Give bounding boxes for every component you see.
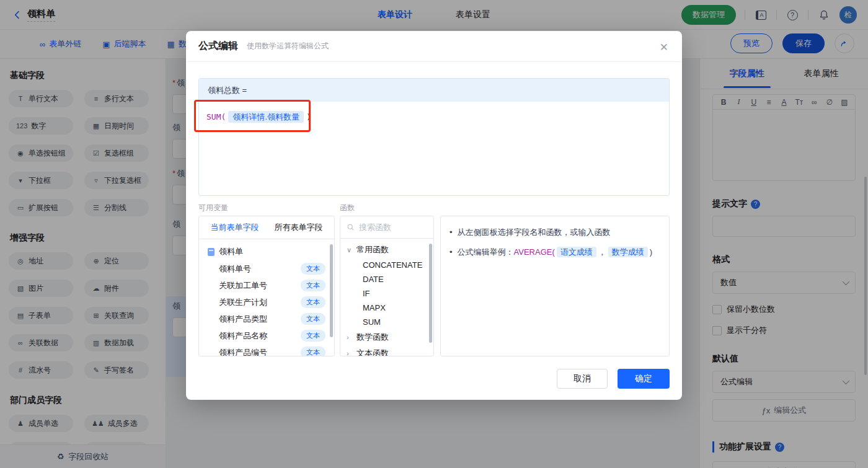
help-line-2: 公式编辑举例：AVERAGE(语文成绩，数学成绩): [458, 246, 653, 258]
function-row[interactable]: SUM: [340, 315, 433, 329]
field-type-badge: 文本: [301, 280, 326, 291]
variables-scrollbar[interactable]: [330, 244, 333, 337]
form-root-node[interactable]: 领料单: [199, 243, 334, 260]
variable-field-row[interactable]: 领料产品名称 文本: [199, 327, 334, 344]
function-row[interactable]: ∨ 常用函数: [340, 242, 433, 258]
variables-tab[interactable]: 当前表单字段: [211, 222, 259, 233]
variables-tab[interactable]: 所有表单字段: [275, 222, 323, 233]
functions-panel: ∨ 常用函数 CONCATENATE DATE IF MAPX: [340, 216, 434, 356]
search-input[interactable]: [359, 223, 421, 232]
variable-field-row[interactable]: 关联生产计划 文本: [199, 294, 334, 311]
function-row[interactable]: DATE: [340, 272, 433, 286]
modal-subtitle: 使用数学运算符编辑公式: [247, 41, 329, 51]
help-line-1: 从左侧面板选择字段名和函数，或输入函数: [458, 226, 611, 239]
formula-editor-area[interactable]: 领料总数 = SUM(领料详情.领料数量): [198, 78, 670, 196]
function-search[interactable]: [340, 216, 433, 239]
tree-chevron-icon: ›: [347, 333, 356, 341]
example-function-keyword: AVERAGE(: [514, 247, 555, 257]
field-chip[interactable]: 领料详情.领料数量: [228, 111, 304, 123]
close-icon[interactable]: ✕: [660, 41, 668, 54]
functions-label: 函数: [340, 203, 355, 213]
functions-scrollbar[interactable]: [429, 244, 432, 343]
tree-chevron-icon: ∨: [347, 246, 356, 254]
variable-field-row[interactable]: 关联加工单号 文本: [199, 277, 334, 294]
function-row[interactable]: › 文本函数: [340, 345, 433, 356]
field-type-badge: 文本: [301, 263, 326, 275]
formula-editor-modal: 公式编辑 使用数学运算符编辑公式 ✕ 领料总数 = SUM(领料详情.领料数量)…: [186, 31, 682, 400]
variables-label: 可用变量: [198, 203, 228, 213]
field-type-badge: 文本: [301, 313, 326, 325]
cancel-button[interactable]: 取消: [557, 369, 608, 389]
variable-field-row[interactable]: 领料产品编号 文本: [199, 344, 334, 356]
search-icon: [347, 223, 355, 231]
app-window: 领料单 表单设计表单设置 数据管理 A ? 检 ∞ 表单外链 ▣ 后端脚本 ▦ …: [0, 0, 868, 468]
field-type-badge: 文本: [301, 347, 326, 356]
form-doc-icon: [208, 248, 215, 256]
tree-chevron-icon: ›: [347, 350, 356, 356]
confirm-button[interactable]: 确定: [618, 369, 670, 389]
field-type-badge: 文本: [301, 330, 326, 342]
function-row[interactable]: IF: [340, 286, 433, 301]
variables-panel: 当前表单字段所有表单字段 领料单 领料单号 文本 关联加工单号 文本 关联生产计…: [198, 216, 335, 356]
function-keyword: SUM(: [206, 112, 226, 121]
function-row[interactable]: MAPX: [340, 301, 433, 315]
formula-expression[interactable]: SUM(领料详情.领料数量): [199, 102, 669, 133]
modal-title: 公式编辑: [198, 40, 238, 53]
example-chip: 语文成绩: [557, 247, 596, 257]
function-row[interactable]: CONCATENATE: [340, 258, 433, 272]
formula-help-panel: • 从左侧面板选择字段名和函数，或输入函数 • 公式编辑举例：AVERAGE(语…: [440, 216, 670, 356]
example-chip: 数学成绩: [608, 247, 648, 257]
formula-target: 领料总数 =: [199, 79, 669, 102]
variable-field-row[interactable]: 领料单号 文本: [199, 260, 334, 277]
function-row[interactable]: › 数学函数: [340, 329, 433, 345]
field-type-badge: 文本: [301, 296, 326, 308]
variable-field-row[interactable]: 领料产品类型 文本: [199, 311, 334, 327]
